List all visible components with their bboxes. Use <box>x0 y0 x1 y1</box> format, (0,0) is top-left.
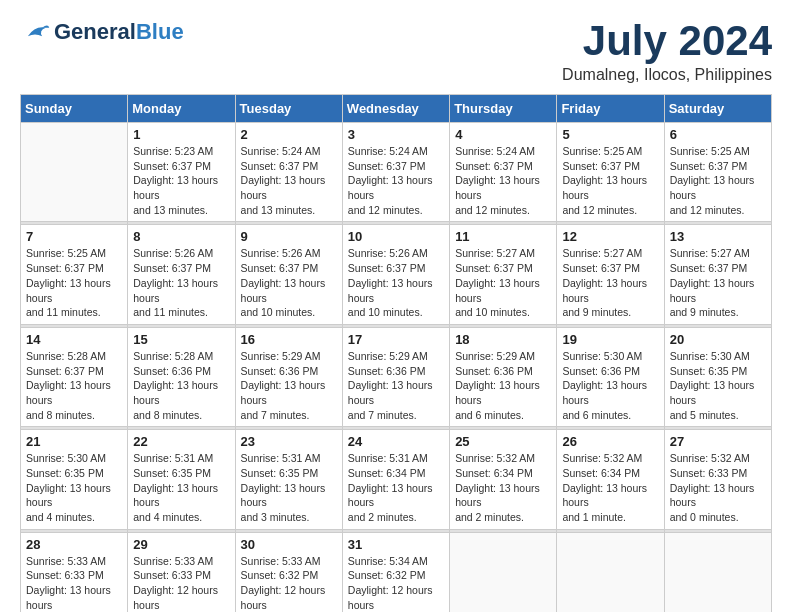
day-number: 20 <box>670 332 766 347</box>
calendar-table: SundayMondayTuesdayWednesdayThursdayFrid… <box>20 94 772 612</box>
day-number: 14 <box>26 332 122 347</box>
sun-info: Sunrise: 5:29 AMSunset: 6:36 PMDaylight:… <box>241 349 337 422</box>
day-number: 13 <box>670 229 766 244</box>
sun-info: Sunrise: 5:26 AMSunset: 6:37 PMDaylight:… <box>348 246 444 319</box>
calendar-cell <box>450 532 557 612</box>
day-number: 27 <box>670 434 766 449</box>
calendar-title-block: July 2024 Dumalneg, Ilocos, Philippines <box>562 20 772 84</box>
sun-info: Sunrise: 5:31 AMSunset: 6:35 PMDaylight:… <box>133 451 229 524</box>
weekday-header-monday: Monday <box>128 95 235 123</box>
calendar-week-row: 28Sunrise: 5:33 AMSunset: 6:33 PMDayligh… <box>21 532 772 612</box>
calendar-cell: 14Sunrise: 5:28 AMSunset: 6:37 PMDayligh… <box>21 327 128 426</box>
day-number: 8 <box>133 229 229 244</box>
calendar-cell: 21Sunrise: 5:30 AMSunset: 6:35 PMDayligh… <box>21 430 128 529</box>
day-number: 2 <box>241 127 337 142</box>
calendar-cell: 7Sunrise: 5:25 AMSunset: 6:37 PMDaylight… <box>21 225 128 324</box>
day-number: 18 <box>455 332 551 347</box>
sun-info: Sunrise: 5:24 AMSunset: 6:37 PMDaylight:… <box>455 144 551 217</box>
sun-info: Sunrise: 5:33 AMSunset: 6:32 PMDaylight:… <box>241 554 337 612</box>
calendar-cell: 23Sunrise: 5:31 AMSunset: 6:35 PMDayligh… <box>235 430 342 529</box>
day-number: 11 <box>455 229 551 244</box>
calendar-cell: 29Sunrise: 5:33 AMSunset: 6:33 PMDayligh… <box>128 532 235 612</box>
sun-info: Sunrise: 5:32 AMSunset: 6:34 PMDaylight:… <box>562 451 658 524</box>
calendar-cell: 4Sunrise: 5:24 AMSunset: 6:37 PMDaylight… <box>450 123 557 222</box>
calendar-cell: 26Sunrise: 5:32 AMSunset: 6:34 PMDayligh… <box>557 430 664 529</box>
calendar-cell: 20Sunrise: 5:30 AMSunset: 6:35 PMDayligh… <box>664 327 771 426</box>
sun-info: Sunrise: 5:25 AMSunset: 6:37 PMDaylight:… <box>670 144 766 217</box>
calendar-cell: 13Sunrise: 5:27 AMSunset: 6:37 PMDayligh… <box>664 225 771 324</box>
sun-info: Sunrise: 5:25 AMSunset: 6:37 PMDaylight:… <box>26 246 122 319</box>
day-number: 24 <box>348 434 444 449</box>
day-number: 5 <box>562 127 658 142</box>
sun-info: Sunrise: 5:24 AMSunset: 6:37 PMDaylight:… <box>348 144 444 217</box>
sun-info: Sunrise: 5:32 AMSunset: 6:33 PMDaylight:… <box>670 451 766 524</box>
calendar-cell <box>21 123 128 222</box>
logo-text: GeneralBlue <box>54 20 184 44</box>
calendar-cell: 27Sunrise: 5:32 AMSunset: 6:33 PMDayligh… <box>664 430 771 529</box>
sun-info: Sunrise: 5:30 AMSunset: 6:35 PMDaylight:… <box>670 349 766 422</box>
day-number: 21 <box>26 434 122 449</box>
calendar-cell: 11Sunrise: 5:27 AMSunset: 6:37 PMDayligh… <box>450 225 557 324</box>
weekday-header-row: SundayMondayTuesdayWednesdayThursdayFrid… <box>21 95 772 123</box>
sun-info: Sunrise: 5:23 AMSunset: 6:37 PMDaylight:… <box>133 144 229 217</box>
calendar-cell: 18Sunrise: 5:29 AMSunset: 6:36 PMDayligh… <box>450 327 557 426</box>
day-number: 19 <box>562 332 658 347</box>
weekday-header-thursday: Thursday <box>450 95 557 123</box>
sun-info: Sunrise: 5:30 AMSunset: 6:35 PMDaylight:… <box>26 451 122 524</box>
sun-info: Sunrise: 5:31 AMSunset: 6:35 PMDaylight:… <box>241 451 337 524</box>
calendar-cell: 25Sunrise: 5:32 AMSunset: 6:34 PMDayligh… <box>450 430 557 529</box>
day-number: 7 <box>26 229 122 244</box>
calendar-cell: 30Sunrise: 5:33 AMSunset: 6:32 PMDayligh… <box>235 532 342 612</box>
sun-info: Sunrise: 5:27 AMSunset: 6:37 PMDaylight:… <box>455 246 551 319</box>
day-number: 22 <box>133 434 229 449</box>
calendar-cell: 19Sunrise: 5:30 AMSunset: 6:36 PMDayligh… <box>557 327 664 426</box>
day-number: 28 <box>26 537 122 552</box>
calendar-week-row: 1Sunrise: 5:23 AMSunset: 6:37 PMDaylight… <box>21 123 772 222</box>
sun-info: Sunrise: 5:28 AMSunset: 6:37 PMDaylight:… <box>26 349 122 422</box>
sun-info: Sunrise: 5:30 AMSunset: 6:36 PMDaylight:… <box>562 349 658 422</box>
calendar-cell: 16Sunrise: 5:29 AMSunset: 6:36 PMDayligh… <box>235 327 342 426</box>
sun-info: Sunrise: 5:28 AMSunset: 6:36 PMDaylight:… <box>133 349 229 422</box>
calendar-week-row: 21Sunrise: 5:30 AMSunset: 6:35 PMDayligh… <box>21 430 772 529</box>
sun-info: Sunrise: 5:31 AMSunset: 6:34 PMDaylight:… <box>348 451 444 524</box>
day-number: 31 <box>348 537 444 552</box>
day-number: 4 <box>455 127 551 142</box>
sun-info: Sunrise: 5:25 AMSunset: 6:37 PMDaylight:… <box>562 144 658 217</box>
day-number: 17 <box>348 332 444 347</box>
calendar-cell: 22Sunrise: 5:31 AMSunset: 6:35 PMDayligh… <box>128 430 235 529</box>
calendar-cell: 8Sunrise: 5:26 AMSunset: 6:37 PMDaylight… <box>128 225 235 324</box>
calendar-cell: 12Sunrise: 5:27 AMSunset: 6:37 PMDayligh… <box>557 225 664 324</box>
calendar-cell: 17Sunrise: 5:29 AMSunset: 6:36 PMDayligh… <box>342 327 449 426</box>
calendar-cell <box>557 532 664 612</box>
calendar-cell: 9Sunrise: 5:26 AMSunset: 6:37 PMDaylight… <box>235 225 342 324</box>
logo: GeneralBlue <box>20 20 184 44</box>
day-number: 16 <box>241 332 337 347</box>
day-number: 3 <box>348 127 444 142</box>
sun-info: Sunrise: 5:27 AMSunset: 6:37 PMDaylight:… <box>562 246 658 319</box>
day-number: 30 <box>241 537 337 552</box>
weekday-header-friday: Friday <box>557 95 664 123</box>
location-title: Dumalneg, Ilocos, Philippines <box>562 66 772 84</box>
calendar-cell: 6Sunrise: 5:25 AMSunset: 6:37 PMDaylight… <box>664 123 771 222</box>
day-number: 29 <box>133 537 229 552</box>
day-number: 9 <box>241 229 337 244</box>
calendar-cell: 24Sunrise: 5:31 AMSunset: 6:34 PMDayligh… <box>342 430 449 529</box>
sun-info: Sunrise: 5:33 AMSunset: 6:33 PMDaylight:… <box>26 554 122 612</box>
day-number: 10 <box>348 229 444 244</box>
sun-info: Sunrise: 5:24 AMSunset: 6:37 PMDaylight:… <box>241 144 337 217</box>
sun-info: Sunrise: 5:33 AMSunset: 6:33 PMDaylight:… <box>133 554 229 612</box>
weekday-header-sunday: Sunday <box>21 95 128 123</box>
day-number: 25 <box>455 434 551 449</box>
day-number: 23 <box>241 434 337 449</box>
calendar-cell: 28Sunrise: 5:33 AMSunset: 6:33 PMDayligh… <box>21 532 128 612</box>
day-number: 1 <box>133 127 229 142</box>
day-number: 15 <box>133 332 229 347</box>
calendar-cell: 3Sunrise: 5:24 AMSunset: 6:37 PMDaylight… <box>342 123 449 222</box>
day-number: 26 <box>562 434 658 449</box>
calendar-week-row: 14Sunrise: 5:28 AMSunset: 6:37 PMDayligh… <box>21 327 772 426</box>
weekday-header-wednesday: Wednesday <box>342 95 449 123</box>
page-header: GeneralBlue July 2024 Dumalneg, Ilocos, … <box>20 20 772 84</box>
calendar-cell <box>664 532 771 612</box>
sun-info: Sunrise: 5:26 AMSunset: 6:37 PMDaylight:… <box>133 246 229 319</box>
sun-info: Sunrise: 5:26 AMSunset: 6:37 PMDaylight:… <box>241 246 337 319</box>
